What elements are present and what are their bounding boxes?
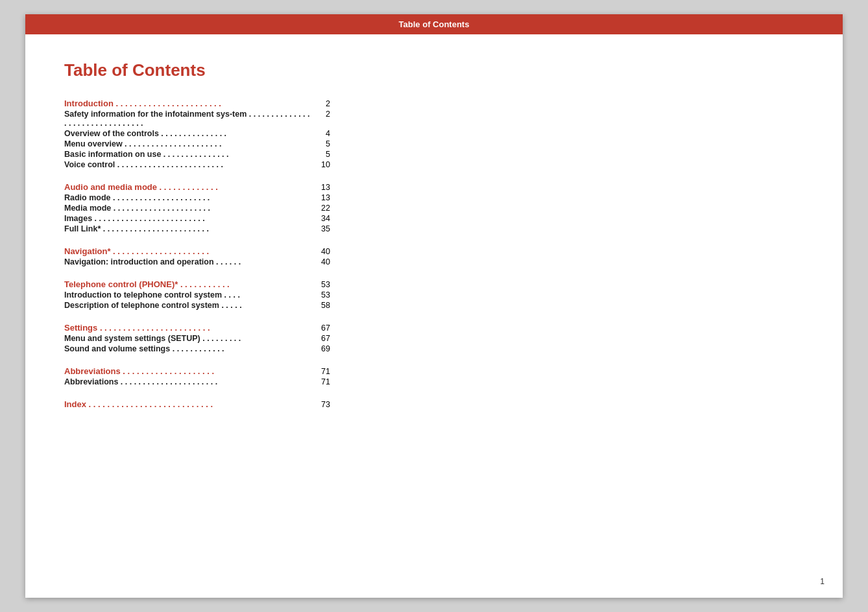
toc-item-label-0-1: Overview of the controls . . . . . . . .…	[64, 129, 311, 138]
toc-heading-page-1: 13	[311, 183, 330, 192]
toc-heading-label-0: Introduction . . . . . . . . . . . . . .…	[64, 99, 311, 108]
toc-item-row-0-0: Safety information for the infotainment …	[64, 110, 330, 128]
toc-item-page-3-0: 53	[311, 290, 330, 300]
toc-content: Table of Contents Introduction . . . . .…	[25, 34, 363, 454]
toc-section-4: Settings . . . . . . . . . . . . . . . .…	[64, 323, 330, 353]
toc-item-page-1-1: 22	[311, 204, 330, 213]
toc-item-page-0-0: 2	[311, 110, 330, 119]
toc-item-label-0-0: Safety information for the infotainment …	[64, 110, 311, 128]
toc-heading-label-4: Settings . . . . . . . . . . . . . . . .…	[64, 323, 311, 333]
toc-container: Introduction . . . . . . . . . . . . . .…	[64, 99, 330, 409]
toc-heading-label-1: Audio and media mode . . . . . . . . . .…	[64, 182, 311, 192]
toc-item-label-2-0: Navigation: introduction and operation .…	[64, 257, 311, 266]
toc-item-label-1-3: Full Link* . . . . . . . . . . . . . . .…	[64, 224, 311, 233]
toc-item-page-1-3: 35	[311, 224, 330, 233]
toc-section-5: Abbreviations . . . . . . . . . . . . . …	[64, 366, 330, 386]
toc-heading-page-4: 67	[311, 324, 330, 333]
toc-item-row-0-2: Menu overview . . . . . . . . . . . . . …	[64, 139, 330, 148]
toc-item-page-0-1: 4	[311, 129, 330, 138]
toc-heading-row-3: Telephone control (PHONE)* . . . . . . .…	[64, 279, 330, 289]
toc-heading-label-6: Index . . . . . . . . . . . . . . . . . …	[64, 399, 311, 409]
toc-heading-label-3: Telephone control (PHONE)* . . . . . . .…	[64, 279, 311, 289]
page-title: Table of Contents	[64, 60, 330, 80]
toc-item-label-1-0: Radio mode . . . . . . . . . . . . . . .…	[64, 193, 311, 202]
toc-heading-row-1: Audio and media mode . . . . . . . . . .…	[64, 182, 330, 192]
toc-item-label-0-4: Voice control . . . . . . . . . . . . . …	[64, 160, 311, 169]
header-bar: Table of Contents	[25, 14, 843, 34]
page-number: 1	[820, 577, 825, 586]
toc-item-row-0-4: Voice control . . . . . . . . . . . . . …	[64, 160, 330, 169]
toc-item-row-1-1: Media mode . . . . . . . . . . . . . . .…	[64, 204, 330, 213]
toc-item-row-1-2: Images . . . . . . . . . . . . . . . . .…	[64, 214, 330, 223]
toc-item-page-0-3: 5	[311, 150, 330, 159]
toc-heading-row-4: Settings . . . . . . . . . . . . . . . .…	[64, 323, 330, 333]
toc-item-label-5-0: Abbreviations . . . . . . . . . . . . . …	[64, 377, 311, 386]
toc-section-2: Navigation* . . . . . . . . . . . . . . …	[64, 246, 330, 266]
toc-item-row-2-0: Navigation: introduction and operation .…	[64, 257, 330, 266]
toc-heading-page-3: 53	[311, 280, 330, 289]
toc-heading-row-0: Introduction . . . . . . . . . . . . . .…	[64, 99, 330, 108]
toc-item-label-0-3: Basic information on use . . . . . . . .…	[64, 150, 311, 159]
toc-item-page-0-2: 5	[311, 139, 330, 148]
toc-item-label-1-2: Images . . . . . . . . . . . . . . . . .…	[64, 214, 311, 223]
toc-item-label-0-2: Menu overview . . . . . . . . . . . . . …	[64, 139, 311, 148]
toc-heading-row-2: Navigation* . . . . . . . . . . . . . . …	[64, 246, 330, 256]
header-title: Table of Contents	[399, 19, 470, 29]
toc-section-0: Introduction . . . . . . . . . . . . . .…	[64, 99, 330, 169]
toc-item-label-4-1: Sound and volume settings . . . . . . . …	[64, 344, 311, 353]
toc-item-row-1-3: Full Link* . . . . . . . . . . . . . . .…	[64, 224, 330, 233]
page: Table of Contents Table of Contents Intr…	[25, 14, 843, 598]
toc-section-6: Index . . . . . . . . . . . . . . . . . …	[64, 399, 330, 409]
toc-heading-page-2: 40	[311, 247, 330, 256]
toc-section-3: Telephone control (PHONE)* . . . . . . .…	[64, 279, 330, 310]
toc-heading-page-5: 71	[311, 367, 330, 376]
toc-heading-page-6: 73	[311, 400, 330, 409]
toc-heading-label-2: Navigation* . . . . . . . . . . . . . . …	[64, 246, 311, 256]
toc-section-1: Audio and media mode . . . . . . . . . .…	[64, 182, 330, 233]
toc-item-page-4-1: 69	[311, 344, 330, 353]
toc-heading-label-5: Abbreviations . . . . . . . . . . . . . …	[64, 366, 311, 376]
toc-item-row-4-0: Menu and system settings (SETUP) . . . .…	[64, 334, 330, 343]
toc-item-row-5-0: Abbreviations . . . . . . . . . . . . . …	[64, 377, 330, 386]
toc-item-label-4-0: Menu and system settings (SETUP) . . . .…	[64, 334, 311, 343]
toc-item-page-3-1: 58	[311, 301, 330, 310]
toc-item-page-0-4: 10	[311, 160, 330, 169]
toc-item-row-3-1: Description of telephone control system …	[64, 301, 330, 310]
toc-item-row-3-0: Introduction to telephone control system…	[64, 290, 330, 300]
toc-item-row-1-0: Radio mode . . . . . . . . . . . . . . .…	[64, 193, 330, 202]
toc-item-page-5-0: 71	[311, 377, 330, 386]
toc-heading-row-5: Abbreviations . . . . . . . . . . . . . …	[64, 366, 330, 376]
toc-item-label-3-1: Description of telephone control system …	[64, 301, 311, 310]
toc-item-row-4-1: Sound and volume settings . . . . . . . …	[64, 344, 330, 353]
toc-item-label-3-0: Introduction to telephone control system…	[64, 290, 311, 300]
toc-heading-row-6: Index . . . . . . . . . . . . . . . . . …	[64, 399, 330, 409]
toc-heading-page-0: 2	[311, 99, 330, 108]
toc-item-row-0-1: Overview of the controls . . . . . . . .…	[64, 129, 330, 138]
toc-item-page-1-0: 13	[311, 193, 330, 202]
toc-item-row-0-3: Basic information on use . . . . . . . .…	[64, 150, 330, 159]
toc-item-page-2-0: 40	[311, 257, 330, 266]
toc-item-page-1-2: 34	[311, 214, 330, 223]
toc-item-label-1-1: Media mode . . . . . . . . . . . . . . .…	[64, 204, 311, 213]
toc-item-page-4-0: 67	[311, 334, 330, 343]
